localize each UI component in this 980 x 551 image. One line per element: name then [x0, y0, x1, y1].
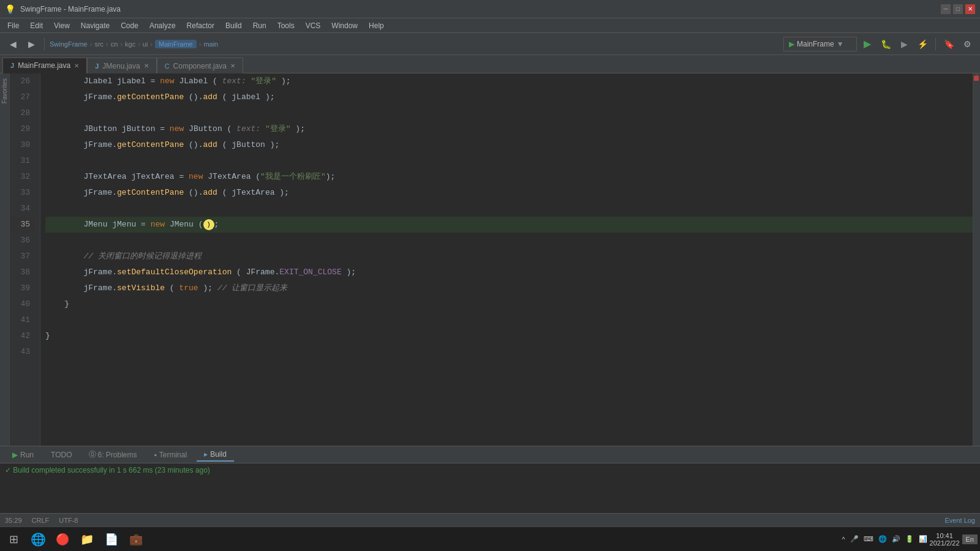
favorites-sidebar: Favorites	[0, 73, 10, 446]
nav-cn[interactable]: cn	[111, 40, 118, 48]
nav-main[interactable]: main	[203, 40, 218, 48]
bottom-tab-run[interactable]: ▶ Run	[5, 448, 41, 462]
line-num-34: 34	[10, 201, 35, 217]
favorites-label[interactable]: Favorites	[1, 78, 8, 103]
error-count-badge: 1	[976, 73, 980, 81]
taskbar-notepad[interactable]: 📄	[100, 528, 123, 550]
code-line-37: // 关闭窗口的时候记得退掉进程	[45, 249, 973, 264]
bottom-tab-build[interactable]: ▸ Build	[197, 448, 234, 462]
line-num-27: 27	[10, 89, 35, 105]
menu-bar: File Edit View Navigate Code Analyze Ref…	[0, 18, 980, 33]
run-button[interactable]: ▶	[859, 36, 875, 52]
taskbar-explorer[interactable]: 📁	[76, 528, 98, 550]
code-line-34	[45, 201, 973, 217]
tab-component-close[interactable]: ✕	[230, 62, 235, 69]
code-line-29: JButton jButton = new JButton ( text: "登…	[45, 121, 973, 137]
tab-mainframe[interactable]: J MainFrame.java ✕	[2, 58, 87, 73]
tab-jmenu-label: JMenu.java	[102, 62, 140, 70]
code-content[interactable]: JLabel jLabel = new JLabel ( text: "登录" …	[40, 73, 973, 446]
bottom-tab-todo[interactable]: TODO	[43, 448, 79, 462]
debug-button[interactable]: 🐛	[878, 36, 894, 52]
menu-help[interactable]: Help	[364, 20, 389, 31]
line-num-38: 38	[10, 264, 35, 280]
code-line-36	[45, 233, 973, 249]
settings-button[interactable]: ⚙	[959, 36, 975, 52]
line-num-26: 26	[10, 73, 35, 89]
nav-sep2: ›	[106, 40, 108, 48]
bottom-content: ✓ Build completed successfully in 1 s 66…	[0, 463, 980, 477]
bookmark-button[interactable]: 🔖	[941, 36, 957, 52]
nav-swingframe[interactable]: SwingFrame	[50, 40, 88, 48]
status-position: 35:29	[5, 517, 22, 524]
code-line-32: JTextArea jTextArea = new JTextArea ( "我…	[45, 169, 973, 185]
code-line-42: }	[45, 328, 973, 344]
menu-window[interactable]: Window	[326, 20, 363, 31]
tab-mainframe-close[interactable]: ✕	[74, 62, 79, 69]
event-log[interactable]: Event Log	[944, 517, 975, 524]
bottom-tab-problems[interactable]: ⓪ 6: Problems	[81, 448, 144, 462]
editor-tabs: J MainFrame.java ✕ J JMenu.java ✕ C Comp…	[0, 55, 980, 73]
nav-src[interactable]: src	[94, 40, 104, 48]
toolbar-separator-2	[935, 38, 936, 50]
menu-analyze[interactable]: Analyze	[145, 20, 181, 31]
line-num-33: 33	[10, 185, 35, 201]
line-num-43: 43	[10, 344, 35, 360]
back-button[interactable]: ◀	[5, 36, 21, 52]
tray-mic[interactable]: 🎤	[850, 535, 859, 543]
bottom-tab-terminal[interactable]: ▪ Terminal	[147, 448, 195, 462]
tray-volume[interactable]: 🔊	[892, 535, 900, 543]
menu-refactor[interactable]: Refactor	[182, 20, 219, 31]
tab-jmenu-close[interactable]: ✕	[144, 62, 149, 69]
tray-network[interactable]: 🌐	[878, 535, 887, 543]
menu-tools[interactable]: Tools	[273, 20, 300, 31]
menu-file[interactable]: File	[2, 20, 24, 31]
title-bar-title: SwingFrame - MainFrame.java	[20, 5, 121, 13]
profile-button[interactable]: ⚡	[914, 36, 930, 52]
minimize-button[interactable]: ─	[941, 4, 951, 14]
menu-edit[interactable]: Edit	[25, 20, 48, 31]
menu-build[interactable]: Build	[221, 20, 247, 31]
run-config-box[interactable]: ▶ MainFrame ▼	[783, 37, 857, 51]
system-tray: ^ 🎤 ⌨ 🌐 🔊 🔋 📊	[842, 535, 927, 543]
lang-text: En	[966, 536, 974, 543]
component-icon: C	[165, 62, 170, 70]
line-num-37: 37	[10, 249, 35, 264]
code-line-35: JMenu jMenu = new JMenu ( ) ;	[45, 217, 973, 233]
tray-arrow[interactable]: ^	[842, 536, 845, 543]
tab-component[interactable]: C Component.java ✕	[157, 58, 243, 73]
lang-indicator[interactable]: En	[962, 534, 978, 544]
coverage-button[interactable]: ▶	[896, 36, 912, 52]
line-num-29: 29	[10, 121, 35, 137]
menu-vcs[interactable]: VCS	[301, 20, 326, 31]
nav-mainframe[interactable]: MainFrame	[155, 40, 197, 48]
right-gutter: ⚠ 1	[973, 73, 980, 446]
forward-button[interactable]: ▶	[23, 36, 39, 52]
menu-navigate[interactable]: Navigate	[76, 20, 115, 31]
menu-code[interactable]: Code	[116, 20, 143, 31]
tray-keyboard[interactable]: ⌨	[864, 535, 873, 543]
taskbar-briefcase[interactable]: 💼	[125, 528, 147, 550]
clock-date: 2021/2/22	[930, 539, 960, 547]
line-numbers: 26 27 28 29 30 31 32 33 34 35 36 37 38 3…	[10, 73, 40, 446]
line-num-39: 39	[10, 280, 35, 296]
run-config-label: MainFrame	[797, 40, 834, 48]
taskbar-start[interactable]: ⊞	[2, 528, 24, 550]
line-num-30: 30	[10, 137, 35, 153]
app-icon: 💡	[5, 4, 15, 14]
tab-mainframe-label: MainFrame.java	[18, 61, 70, 70]
menu-view[interactable]: View	[49, 20, 75, 31]
build-status: ✓ Build completed successfully in 1 s 66…	[5, 466, 210, 474]
tray-extra1[interactable]: 📊	[919, 535, 927, 543]
title-bar-controls[interactable]: ─ □ ✕	[941, 4, 975, 14]
code-line-41	[45, 312, 973, 328]
code-line-30: jFrame. getContentPane (). add ( jButton…	[45, 137, 973, 153]
taskbar-browser[interactable]: 🌐	[27, 528, 49, 550]
close-button[interactable]: ✕	[965, 4, 975, 14]
menu-run[interactable]: Run	[248, 20, 271, 31]
tab-jmenu[interactable]: J JMenu.java ✕	[87, 58, 157, 73]
nav-ui[interactable]: ui	[143, 40, 148, 48]
nav-kgc[interactable]: kgc	[125, 40, 135, 48]
taskbar-intellij[interactable]: 🔴	[51, 528, 74, 550]
maximize-button[interactable]: □	[953, 4, 963, 14]
highlight-circle: )	[203, 219, 214, 230]
